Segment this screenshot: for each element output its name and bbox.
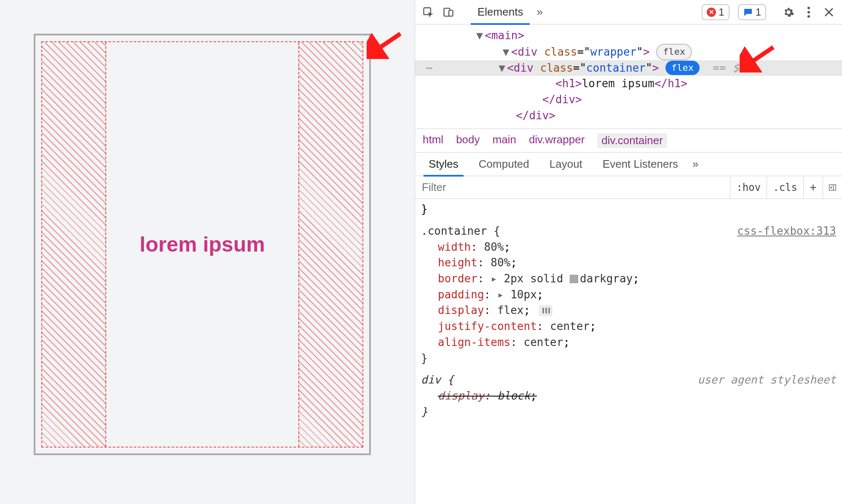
rule-source-link[interactable]: css-flexbox:313 <box>737 223 836 239</box>
tree-node-h1[interactable]: <h1>lorem ipsum</h1> <box>415 76 842 92</box>
more-subtabs-icon[interactable]: » <box>688 158 703 171</box>
elements-breadcrumb: html body main div.wrapper div.container <box>415 129 842 153</box>
svg-point-4 <box>807 7 810 9</box>
crumb-html[interactable]: html <box>423 133 443 148</box>
svg-line-0 <box>374 34 400 51</box>
styles-filter-input[interactable] <box>415 181 730 194</box>
annotation-arrow-preview <box>367 29 405 59</box>
elements-tree[interactable]: ▼<main> ▼<div class="wrapper"> flex ⋯ ▼<… <box>415 24 842 129</box>
color-swatch-icon[interactable] <box>570 275 578 283</box>
flex-container-outline: lorem ipsum <box>34 34 371 455</box>
settings-icon[interactable] <box>780 3 797 21</box>
tab-elements[interactable]: Elements <box>471 0 530 24</box>
hover-toggle[interactable]: :hov <box>730 176 767 198</box>
new-style-rule-icon[interactable] <box>803 176 823 198</box>
device-toolbar-icon[interactable] <box>440 3 457 21</box>
rule-selector[interactable]: .container { <box>421 225 500 237</box>
flex-badge-wrapper[interactable]: flex <box>656 44 692 60</box>
subtab-event-listeners[interactable]: Event Listeners <box>593 153 688 176</box>
inspect-element-icon[interactable] <box>419 3 437 21</box>
error-icon: ✕ <box>707 8 716 17</box>
annotation-arrow-flex-badge <box>740 43 778 72</box>
cls-toggle[interactable]: .cls <box>767 176 803 198</box>
rule-source-ua: user agent stylesheet <box>697 372 836 388</box>
svg-point-5 <box>807 11 810 13</box>
prev-rule-close: } <box>421 201 836 217</box>
rule-container[interactable]: .container { css-flexbox:313 width: 80%;… <box>421 223 836 366</box>
subtab-layout[interactable]: Layout <box>539 153 593 176</box>
more-tabs-icon[interactable]: » <box>532 5 547 19</box>
flexbox-editor-icon[interactable] <box>539 306 552 316</box>
kebab-menu-icon[interactable] <box>800 3 818 21</box>
tree-node-container[interactable]: ⋯ ▼<div class="container"> flex == $0 <box>415 60 842 76</box>
rule-user-agent[interactable]: div { user agent stylesheet display: blo… <box>421 372 836 420</box>
close-devtools-icon[interactable] <box>820 3 838 21</box>
tree-node-wrapper-close[interactable]: </div> <box>415 108 842 124</box>
rule-selector[interactable]: div { <box>421 373 454 386</box>
flex-gap-right <box>298 42 362 447</box>
flex-item-center: lorem ipsum <box>106 42 298 447</box>
flex-badge-container[interactable]: flex <box>665 61 700 75</box>
preview-heading: lorem ipsum <box>139 232 265 257</box>
svg-point-6 <box>807 15 810 18</box>
devtools-panel: Elements » ✕ 1 1 ▼<main> ▼<div class="wr… <box>415 0 842 504</box>
crumb-wrapper[interactable]: div.wrapper <box>529 133 585 148</box>
subtab-computed[interactable]: Computed <box>469 153 539 176</box>
svg-rect-3 <box>449 10 453 16</box>
tree-node-main[interactable]: ▼<main> <box>415 28 842 44</box>
flex-overlay: lorem ipsum <box>41 41 363 448</box>
styles-filter-bar: :hov .cls <box>415 176 842 199</box>
toggle-sidebar-icon[interactable] <box>823 176 842 198</box>
error-count-badge[interactable]: ✕ 1 <box>702 4 729 20</box>
tree-node-container-close[interactable]: </div> <box>415 92 842 108</box>
message-icon <box>743 7 753 17</box>
message-count: 1 <box>756 6 761 18</box>
message-count-badge[interactable]: 1 <box>738 4 766 20</box>
crumb-main[interactable]: main <box>493 133 516 148</box>
devtools-toolbar: Elements » ✕ 1 1 <box>415 0 842 24</box>
flex-gap-left <box>42 42 106 447</box>
subtab-styles[interactable]: Styles <box>418 153 469 176</box>
svg-line-9 <box>747 47 773 65</box>
crumb-container[interactable]: div.container <box>597 133 667 148</box>
rendered-page-preview: lorem ipsum <box>0 0 415 504</box>
error-count: 1 <box>719 6 724 18</box>
tree-node-wrapper[interactable]: ▼<div class="wrapper"> flex <box>415 44 842 60</box>
crumb-body[interactable]: body <box>456 133 480 148</box>
styles-rules[interactable]: } .container { css-flexbox:313 width: 80… <box>415 199 842 422</box>
styles-tabbar: Styles Computed Layout Event Listeners » <box>415 153 842 176</box>
